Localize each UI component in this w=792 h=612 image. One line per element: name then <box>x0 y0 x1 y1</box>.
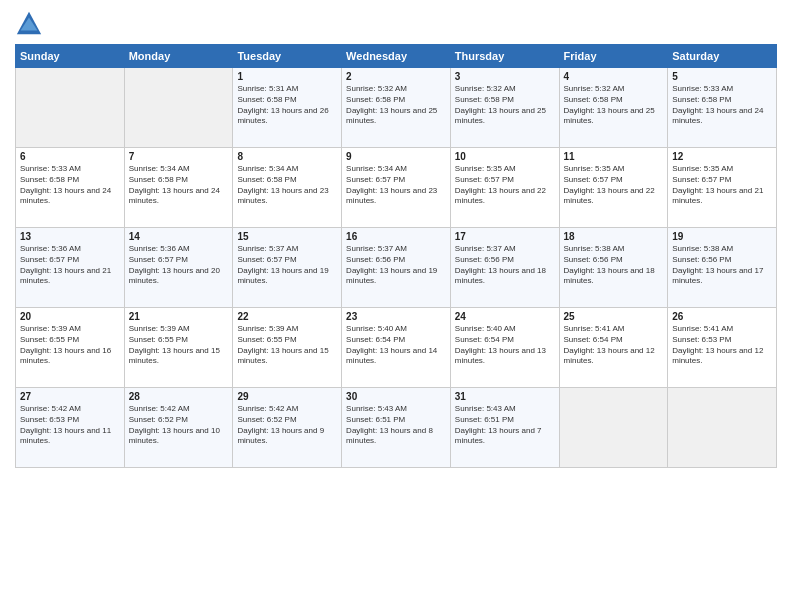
day-number: 26 <box>672 311 772 322</box>
calendar-week-4: 20Sunrise: 5:39 AMSunset: 6:55 PMDayligh… <box>16 308 777 388</box>
calendar-cell <box>559 388 668 468</box>
day-detail: Sunrise: 5:31 AMSunset: 6:58 PMDaylight:… <box>237 84 337 127</box>
day-number: 3 <box>455 71 555 82</box>
day-detail: Sunrise: 5:39 AMSunset: 6:55 PMDaylight:… <box>237 324 337 367</box>
calendar-cell: 26Sunrise: 5:41 AMSunset: 6:53 PMDayligh… <box>668 308 777 388</box>
logo <box>15 10 47 38</box>
calendar-cell: 4Sunrise: 5:32 AMSunset: 6:58 PMDaylight… <box>559 68 668 148</box>
day-detail: Sunrise: 5:32 AMSunset: 6:58 PMDaylight:… <box>346 84 446 127</box>
calendar-table: SundayMondayTuesdayWednesdayThursdayFrid… <box>15 44 777 468</box>
day-detail: Sunrise: 5:41 AMSunset: 6:53 PMDaylight:… <box>672 324 772 367</box>
weekday-header-monday: Monday <box>124 45 233 68</box>
calendar-cell: 8Sunrise: 5:34 AMSunset: 6:58 PMDaylight… <box>233 148 342 228</box>
day-detail: Sunrise: 5:33 AMSunset: 6:58 PMDaylight:… <box>20 164 120 207</box>
day-detail: Sunrise: 5:34 AMSunset: 6:57 PMDaylight:… <box>346 164 446 207</box>
day-detail: Sunrise: 5:41 AMSunset: 6:54 PMDaylight:… <box>564 324 664 367</box>
day-number: 15 <box>237 231 337 242</box>
day-detail: Sunrise: 5:36 AMSunset: 6:57 PMDaylight:… <box>20 244 120 287</box>
calendar-cell: 17Sunrise: 5:37 AMSunset: 6:56 PMDayligh… <box>450 228 559 308</box>
day-detail: Sunrise: 5:38 AMSunset: 6:56 PMDaylight:… <box>564 244 664 287</box>
day-number: 17 <box>455 231 555 242</box>
day-detail: Sunrise: 5:33 AMSunset: 6:58 PMDaylight:… <box>672 84 772 127</box>
calendar-week-2: 6Sunrise: 5:33 AMSunset: 6:58 PMDaylight… <box>16 148 777 228</box>
calendar-cell: 14Sunrise: 5:36 AMSunset: 6:57 PMDayligh… <box>124 228 233 308</box>
day-detail: Sunrise: 5:34 AMSunset: 6:58 PMDaylight:… <box>129 164 229 207</box>
calendar-cell: 5Sunrise: 5:33 AMSunset: 6:58 PMDaylight… <box>668 68 777 148</box>
calendar-cell: 7Sunrise: 5:34 AMSunset: 6:58 PMDaylight… <box>124 148 233 228</box>
day-number: 31 <box>455 391 555 402</box>
day-detail: Sunrise: 5:37 AMSunset: 6:56 PMDaylight:… <box>346 244 446 287</box>
weekday-header-thursday: Thursday <box>450 45 559 68</box>
weekday-header-tuesday: Tuesday <box>233 45 342 68</box>
day-number: 21 <box>129 311 229 322</box>
weekday-header-sunday: Sunday <box>16 45 125 68</box>
day-detail: Sunrise: 5:37 AMSunset: 6:57 PMDaylight:… <box>237 244 337 287</box>
calendar-week-3: 13Sunrise: 5:36 AMSunset: 6:57 PMDayligh… <box>16 228 777 308</box>
calendar-cell: 28Sunrise: 5:42 AMSunset: 6:52 PMDayligh… <box>124 388 233 468</box>
day-number: 30 <box>346 391 446 402</box>
day-detail: Sunrise: 5:42 AMSunset: 6:53 PMDaylight:… <box>20 404 120 447</box>
weekday-header-wednesday: Wednesday <box>342 45 451 68</box>
calendar-cell: 10Sunrise: 5:35 AMSunset: 6:57 PMDayligh… <box>450 148 559 228</box>
day-detail: Sunrise: 5:42 AMSunset: 6:52 PMDaylight:… <box>129 404 229 447</box>
calendar-cell <box>124 68 233 148</box>
day-number: 27 <box>20 391 120 402</box>
calendar-cell <box>16 68 125 148</box>
calendar-cell: 12Sunrise: 5:35 AMSunset: 6:57 PMDayligh… <box>668 148 777 228</box>
calendar-cell: 18Sunrise: 5:38 AMSunset: 6:56 PMDayligh… <box>559 228 668 308</box>
day-number: 19 <box>672 231 772 242</box>
day-number: 2 <box>346 71 446 82</box>
day-detail: Sunrise: 5:43 AMSunset: 6:51 PMDaylight:… <box>455 404 555 447</box>
calendar-week-5: 27Sunrise: 5:42 AMSunset: 6:53 PMDayligh… <box>16 388 777 468</box>
day-detail: Sunrise: 5:40 AMSunset: 6:54 PMDaylight:… <box>346 324 446 367</box>
day-detail: Sunrise: 5:38 AMSunset: 6:56 PMDaylight:… <box>672 244 772 287</box>
day-number: 4 <box>564 71 664 82</box>
calendar-cell: 29Sunrise: 5:42 AMSunset: 6:52 PMDayligh… <box>233 388 342 468</box>
calendar-cell: 21Sunrise: 5:39 AMSunset: 6:55 PMDayligh… <box>124 308 233 388</box>
day-number: 20 <box>20 311 120 322</box>
day-detail: Sunrise: 5:34 AMSunset: 6:58 PMDaylight:… <box>237 164 337 207</box>
calendar-cell: 19Sunrise: 5:38 AMSunset: 6:56 PMDayligh… <box>668 228 777 308</box>
day-detail: Sunrise: 5:37 AMSunset: 6:56 PMDaylight:… <box>455 244 555 287</box>
calendar-cell: 3Sunrise: 5:32 AMSunset: 6:58 PMDaylight… <box>450 68 559 148</box>
day-number: 7 <box>129 151 229 162</box>
day-number: 13 <box>20 231 120 242</box>
day-detail: Sunrise: 5:32 AMSunset: 6:58 PMDaylight:… <box>455 84 555 127</box>
day-number: 5 <box>672 71 772 82</box>
calendar-cell: 25Sunrise: 5:41 AMSunset: 6:54 PMDayligh… <box>559 308 668 388</box>
calendar-cell: 22Sunrise: 5:39 AMSunset: 6:55 PMDayligh… <box>233 308 342 388</box>
calendar-cell: 1Sunrise: 5:31 AMSunset: 6:58 PMDaylight… <box>233 68 342 148</box>
calendar-cell: 9Sunrise: 5:34 AMSunset: 6:57 PMDaylight… <box>342 148 451 228</box>
day-detail: Sunrise: 5:39 AMSunset: 6:55 PMDaylight:… <box>129 324 229 367</box>
day-number: 6 <box>20 151 120 162</box>
day-detail: Sunrise: 5:32 AMSunset: 6:58 PMDaylight:… <box>564 84 664 127</box>
day-number: 8 <box>237 151 337 162</box>
calendar-cell: 13Sunrise: 5:36 AMSunset: 6:57 PMDayligh… <box>16 228 125 308</box>
weekday-header-saturday: Saturday <box>668 45 777 68</box>
day-detail: Sunrise: 5:42 AMSunset: 6:52 PMDaylight:… <box>237 404 337 447</box>
day-detail: Sunrise: 5:35 AMSunset: 6:57 PMDaylight:… <box>455 164 555 207</box>
day-number: 1 <box>237 71 337 82</box>
calendar-cell <box>668 388 777 468</box>
calendar-page: SundayMondayTuesdayWednesdayThursdayFrid… <box>0 0 792 612</box>
day-detail: Sunrise: 5:39 AMSunset: 6:55 PMDaylight:… <box>20 324 120 367</box>
day-number: 23 <box>346 311 446 322</box>
day-number: 10 <box>455 151 555 162</box>
day-number: 14 <box>129 231 229 242</box>
day-detail: Sunrise: 5:35 AMSunset: 6:57 PMDaylight:… <box>564 164 664 207</box>
day-number: 29 <box>237 391 337 402</box>
calendar-week-1: 1Sunrise: 5:31 AMSunset: 6:58 PMDaylight… <box>16 68 777 148</box>
calendar-cell: 2Sunrise: 5:32 AMSunset: 6:58 PMDaylight… <box>342 68 451 148</box>
day-number: 11 <box>564 151 664 162</box>
weekday-header-friday: Friday <box>559 45 668 68</box>
header <box>15 10 777 38</box>
day-number: 16 <box>346 231 446 242</box>
day-detail: Sunrise: 5:43 AMSunset: 6:51 PMDaylight:… <box>346 404 446 447</box>
calendar-cell: 30Sunrise: 5:43 AMSunset: 6:51 PMDayligh… <box>342 388 451 468</box>
day-detail: Sunrise: 5:35 AMSunset: 6:57 PMDaylight:… <box>672 164 772 207</box>
calendar-cell: 24Sunrise: 5:40 AMSunset: 6:54 PMDayligh… <box>450 308 559 388</box>
calendar-cell: 16Sunrise: 5:37 AMSunset: 6:56 PMDayligh… <box>342 228 451 308</box>
day-number: 24 <box>455 311 555 322</box>
calendar-cell: 27Sunrise: 5:42 AMSunset: 6:53 PMDayligh… <box>16 388 125 468</box>
day-number: 22 <box>237 311 337 322</box>
